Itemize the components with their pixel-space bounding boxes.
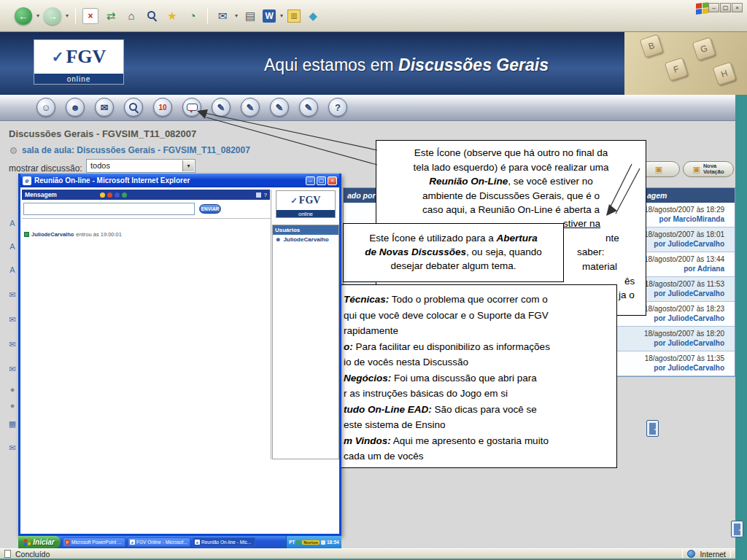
blue-emoticon-icon[interactable]: [115, 192, 120, 198]
favorites-icon[interactable]: ★: [164, 8, 180, 24]
slide-title: Aqui estamos em Discussões Gerais: [264, 55, 549, 75]
start-button[interactable]: Iniciar: [18, 536, 61, 548]
online-meeting-icon[interactable]: [182, 98, 201, 117]
row-message-icon[interactable]: ✉: [7, 290, 18, 300]
word-dropdown-icon[interactable]: ▾: [280, 12, 283, 19]
keyboard-key: B: [640, 34, 664, 58]
exit-door-icon[interactable]: [646, 420, 659, 437]
profile-icon[interactable]: ☺: [36, 98, 55, 117]
language-indicator[interactable]: PT: [289, 540, 295, 545]
round-button-icon[interactable]: ●: [7, 401, 18, 410]
row-message-icon[interactable]: ✉: [7, 365, 18, 374]
row-author-link[interactable]: por JuliodeCarvalho: [654, 339, 724, 347]
bullet-icon: [10, 147, 17, 154]
browser-toolbar: ← ▾ → ▾ × ⇄ ⌂ ★ ◔ ✉ ▾ ▤ W ▾ ▥ ◆ – ▢ ×: [0, 0, 747, 32]
help-icon[interactable]: ?: [328, 98, 347, 117]
back-icon[interactable]: ←: [15, 7, 32, 25]
taskbar-item-reuniao[interactable]: e Reunião On-line - Mic...: [193, 537, 255, 547]
callout-text-fragment: nte: [605, 231, 619, 246]
row-date: 18/agosto/2007 às 18:29: [644, 206, 724, 214]
callout-text-line: este sistema de Ensino: [344, 417, 611, 433]
popup-titlebar[interactable]: e Reunião On-line - Microsoft Internet E…: [20, 174, 339, 187]
row-author-link[interactable]: por JuliodeCarvalho: [654, 364, 724, 372]
refresh-icon[interactable]: ⇄: [103, 8, 119, 24]
row-attachment-icon[interactable]: A: [7, 219, 18, 228]
exit-door-icon[interactable]: [731, 521, 743, 537]
tray-icon[interactable]: [296, 540, 301, 545]
status-separator: [682, 550, 683, 558]
minimize-button[interactable]: –: [708, 3, 719, 12]
search-icon[interactable]: [144, 8, 160, 24]
row-author-link[interactable]: por MarcioMiranda: [659, 215, 724, 223]
stop-icon[interactable]: ×: [82, 8, 98, 24]
toolbar-separator: [207, 8, 208, 24]
taskbar-item-fgv-online[interactable]: e FGV Online - Microsof...: [128, 537, 190, 547]
row-author-link[interactable]: por Adriana: [684, 265, 724, 273]
row-message-icon[interactable]: ✉: [7, 443, 18, 453]
norton-badge[interactable]: Norton: [302, 540, 320, 545]
row-attachment-icon[interactable]: A: [7, 242, 18, 251]
home-icon[interactable]: ⌂: [123, 8, 139, 24]
print-icon[interactable]: ▤: [242, 8, 258, 24]
row-message-icon[interactable]: ✉: [7, 315, 18, 324]
notes-icon[interactable]: ▥: [287, 9, 301, 23]
chevron-down-icon[interactable]: ▾: [182, 160, 194, 171]
forward-dropdown-icon[interactable]: ▾: [66, 12, 69, 19]
green-emoticon-icon[interactable]: [122, 192, 127, 198]
format-icon[interactable]: [256, 192, 261, 198]
keyboard-decoration: G F H B: [624, 32, 747, 95]
row-message-icon[interactable]: ✉: [7, 340, 18, 349]
evaluate-icon[interactable]: ✎: [299, 98, 318, 117]
smiley-icon[interactable]: [100, 192, 105, 198]
last-ten-icon[interactable]: 10: [153, 98, 172, 117]
ie-icon: e: [23, 176, 31, 185]
tray-icon[interactable]: [321, 540, 325, 545]
callout-text-line: Reunião On-Line, se você estiver no: [379, 174, 643, 189]
row-author-link[interactable]: por JuliodeCarvalho: [654, 289, 724, 298]
mail-icon[interactable]: ✉: [214, 8, 231, 24]
monitor-icon[interactable]: ▦: [7, 419, 18, 429]
status-separator: [730, 550, 731, 558]
new-discussion-icon[interactable]: ✎: [212, 98, 231, 117]
row-date: 18/agosto/2007 às 11:35: [645, 354, 724, 362]
messenger-icon[interactable]: ◆: [305, 8, 321, 24]
restore-button[interactable]: ▢: [720, 3, 731, 12]
history-icon[interactable]: ◔: [185, 8, 201, 24]
forward-icon[interactable]: →: [44, 7, 61, 25]
magnifier-glyph: [129, 103, 139, 112]
user-list-item[interactable]: ☻ JuliodeCarvalho: [273, 235, 338, 244]
callout-text-fragment: saber:: [577, 245, 605, 260]
red-emoticon-icon[interactable]: [107, 192, 112, 198]
discussion-filter-select[interactable]: todos ▾: [86, 159, 196, 173]
callout-text-line: de Novas Discussões, ou seja, quando: [347, 245, 560, 259]
fgv-check-icon: ✓: [291, 196, 298, 206]
search-icon[interactable]: [124, 98, 143, 117]
popup-window-controls: – ▢ ×: [306, 176, 337, 185]
fgv-logo-online: online: [276, 210, 335, 217]
close-button[interactable]: ×: [732, 3, 743, 12]
mail-dropdown-icon[interactable]: ▾: [235, 12, 238, 19]
new-vote-button[interactable]: ▣ NovaVotação: [683, 161, 734, 177]
row-author-link[interactable]: por JuliodeCarvalho: [654, 314, 724, 322]
word-edit-icon[interactable]: W: [263, 9, 276, 23]
messages-icon[interactable]: ✉: [95, 98, 114, 117]
help-icon[interactable]: ?: [264, 192, 267, 198]
row-attachment-icon[interactable]: A: [7, 265, 18, 274]
back-dropdown-icon[interactable]: ▾: [36, 12, 39, 19]
browser-status-bar: Concluído Internet: [0, 548, 735, 559]
callout-text-line: caso aqui, a Reunião On-Line é aberta a: [379, 203, 643, 217]
callout-text-fragment: material: [582, 260, 617, 274]
send-button[interactable]: ENVIAR: [199, 204, 221, 214]
participants-icon[interactable]: ☻: [66, 98, 85, 117]
edit-icon[interactable]: ✎: [270, 98, 289, 117]
close-button[interactable]: ×: [328, 176, 337, 185]
round-button-icon[interactable]: ●: [7, 385, 18, 394]
callout-text-line: rapidamente: [344, 323, 611, 339]
row-author-link[interactable]: por JuliodeCarvalho: [654, 240, 724, 248]
chat-message-input[interactable]: [23, 203, 195, 215]
reply-icon[interactable]: ✎: [241, 98, 260, 117]
minimize-button[interactable]: –: [306, 176, 315, 185]
maximize-button[interactable]: ▢: [317, 176, 326, 185]
taskbar-item-powerpoint[interactable]: P Microsoft PowerPoint ...: [63, 537, 125, 547]
classroom-line: sala de aula: Discussões Gerais - FGVSIM…: [10, 145, 250, 155]
